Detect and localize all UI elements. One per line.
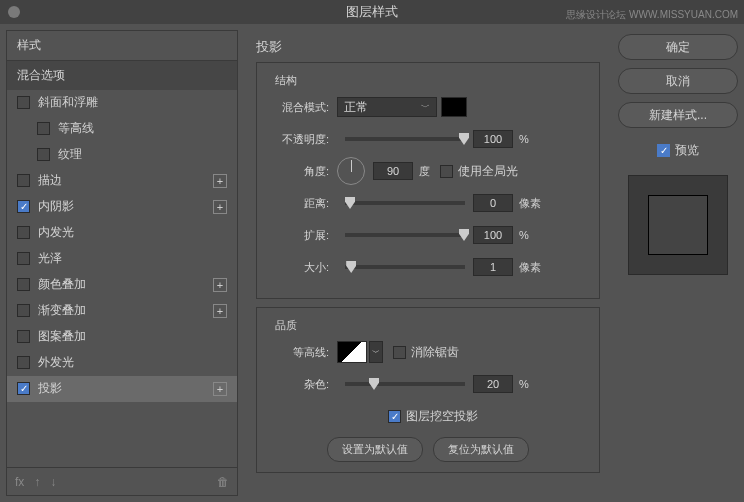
style-list: 斜面和浮雕等高线纹理描边+内阴影+内发光光泽颜色叠加+渐变叠加+图案叠加外发光投… <box>7 90 237 467</box>
angle-input[interactable] <box>373 162 413 180</box>
antialias-checkbox[interactable]: 消除锯齿 <box>393 344 459 361</box>
style-label: 内阴影 <box>38 198 213 215</box>
style-label: 外发光 <box>38 354 227 371</box>
style-label: 渐变叠加 <box>38 302 213 319</box>
style-item[interactable]: 光泽 <box>7 246 237 272</box>
style-label: 描边 <box>38 172 213 189</box>
checkbox-icon[interactable] <box>17 96 30 109</box>
style-label: 颜色叠加 <box>38 276 213 293</box>
style-label: 等高线 <box>58 120 227 137</box>
add-icon[interactable]: + <box>213 278 227 292</box>
shadow-color-swatch[interactable] <box>441 97 467 117</box>
styles-header: 样式 <box>7 31 237 61</box>
checkbox-icon[interactable] <box>37 122 50 135</box>
opacity-input[interactable] <box>473 130 513 148</box>
preview-checkbox[interactable]: 预览 <box>618 142 738 159</box>
fx-icon[interactable]: fx <box>15 475 24 489</box>
dialog-title: 图层样式 <box>346 4 398 19</box>
checkbox-icon[interactable] <box>17 226 30 239</box>
spread-label: 扩展: <box>267 228 329 243</box>
style-item[interactable]: 投影+ <box>7 376 237 402</box>
style-label: 内发光 <box>38 224 227 241</box>
opacity-label: 不透明度: <box>267 132 329 147</box>
noise-slider[interactable] <box>345 382 465 386</box>
angle-label: 角度: <box>267 164 329 179</box>
opacity-slider[interactable] <box>345 137 465 141</box>
add-icon[interactable]: + <box>213 304 227 318</box>
add-icon[interactable]: + <box>213 382 227 396</box>
style-item[interactable]: 斜面和浮雕 <box>7 90 237 116</box>
knockout-checkbox[interactable]: 图层挖空投影 <box>388 408 478 425</box>
style-label: 投影 <box>38 380 213 397</box>
style-item[interactable]: 渐变叠加+ <box>7 298 237 324</box>
checkbox-icon[interactable] <box>17 252 30 265</box>
ok-button[interactable]: 确定 <box>618 34 738 60</box>
distance-slider[interactable] <box>345 201 465 205</box>
angle-dial[interactable] <box>337 157 365 185</box>
size-slider[interactable] <box>345 265 465 269</box>
checkbox-icon[interactable] <box>17 356 30 369</box>
checkbox-icon[interactable] <box>17 200 30 213</box>
quality-label: 品质 <box>271 318 301 333</box>
watermark: 思缘设计论坛 WWW.MISSYUAN.COM <box>566 3 738 27</box>
settings-panel: 投影 结构 混合模式: 正常﹀ 不透明度: % 角度: 度 使用全局光 <box>244 30 612 496</box>
style-item[interactable]: 内阴影+ <box>7 194 237 220</box>
blend-mode-label: 混合模式: <box>267 100 329 115</box>
size-input[interactable] <box>473 258 513 276</box>
add-icon[interactable]: + <box>213 174 227 188</box>
close-icon[interactable] <box>8 6 20 18</box>
structure-label: 结构 <box>271 73 301 88</box>
set-default-button[interactable]: 设置为默认值 <box>327 437 423 462</box>
checkbox-icon[interactable] <box>17 278 30 291</box>
new-style-button[interactable]: 新建样式... <box>618 102 738 128</box>
reset-default-button[interactable]: 复位为默认值 <box>433 437 529 462</box>
style-item[interactable]: 等高线 <box>7 116 237 142</box>
distance-input[interactable] <box>473 194 513 212</box>
style-label: 图案叠加 <box>38 328 227 345</box>
chevron-down-icon: ﹀ <box>421 101 430 114</box>
add-icon[interactable]: + <box>213 200 227 214</box>
checkbox-icon[interactable] <box>17 382 30 395</box>
blend-mode-dropdown[interactable]: 正常﹀ <box>337 97 437 117</box>
noise-label: 杂色: <box>267 377 329 392</box>
contour-label: 等高线: <box>267 345 329 360</box>
actions-panel: 确定 取消 新建样式... 预览 <box>618 30 738 496</box>
cancel-button[interactable]: 取消 <box>618 68 738 94</box>
spread-slider[interactable] <box>345 233 465 237</box>
styles-panel: 样式 混合选项 斜面和浮雕等高线纹理描边+内阴影+内发光光泽颜色叠加+渐变叠加+… <box>6 30 238 496</box>
noise-input[interactable] <box>473 375 513 393</box>
distance-label: 距离: <box>267 196 329 211</box>
preview-box <box>628 175 728 275</box>
style-label: 光泽 <box>38 250 227 267</box>
checkbox-icon[interactable] <box>17 330 30 343</box>
checkbox-icon[interactable] <box>17 174 30 187</box>
style-item[interactable]: 外发光 <box>7 350 237 376</box>
style-item[interactable]: 描边+ <box>7 168 237 194</box>
down-icon[interactable]: ↓ <box>50 475 56 489</box>
style-label: 斜面和浮雕 <box>38 94 227 111</box>
up-icon[interactable]: ↑ <box>34 475 40 489</box>
checkbox-icon[interactable] <box>37 148 50 161</box>
checkbox-icon[interactable] <box>17 304 30 317</box>
style-item[interactable]: 图案叠加 <box>7 324 237 350</box>
size-label: 大小: <box>267 260 329 275</box>
style-item[interactable]: 纹理 <box>7 142 237 168</box>
contour-dropdown[interactable]: ﹀ <box>369 341 383 363</box>
trash-icon[interactable]: 🗑 <box>217 475 229 489</box>
spread-input[interactable] <box>473 226 513 244</box>
style-label: 纹理 <box>58 146 227 163</box>
styles-footer: fx ↑ ↓ 🗑 <box>7 467 237 495</box>
blending-options[interactable]: 混合选项 <box>7 61 237 90</box>
global-light-checkbox[interactable]: 使用全局光 <box>440 163 518 180</box>
title-bar: 图层样式 思缘设计论坛 WWW.MISSYUAN.COM <box>0 0 744 24</box>
style-item[interactable]: 内发光 <box>7 220 237 246</box>
effect-title: 投影 <box>256 38 600 56</box>
contour-swatch[interactable] <box>337 341 367 363</box>
style-item[interactable]: 颜色叠加+ <box>7 272 237 298</box>
